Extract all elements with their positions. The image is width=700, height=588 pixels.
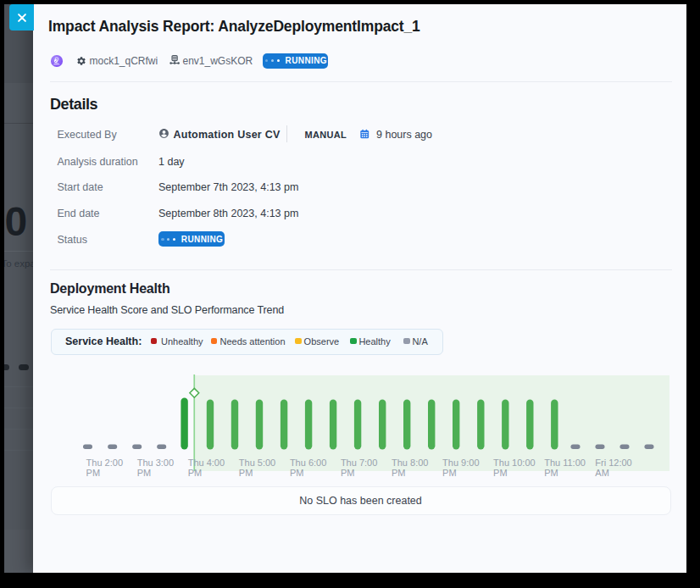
svg-text:PM: PM <box>86 468 101 478</box>
svg-text:Thu 7:00: Thu 7:00 <box>341 458 377 468</box>
svg-text:Thu 10:00: Thu 10:00 <box>493 458 536 468</box>
svg-text:Thu 4:00: Thu 4:00 <box>188 458 225 468</box>
svg-text:PM: PM <box>493 468 508 478</box>
svg-text:PM: PM <box>442 468 457 478</box>
svg-text:PM: PM <box>290 468 304 478</box>
svg-text:PM: PM <box>341 468 355 478</box>
svg-text:AM: AM <box>595 468 609 478</box>
svg-text:PM: PM <box>137 468 152 478</box>
svg-text:Thu 8:00: Thu 8:00 <box>392 458 428 468</box>
svg-text:Thu 5:00: Thu 5:00 <box>239 458 275 468</box>
svg-text:Thu 3:00: Thu 3:00 <box>137 458 174 468</box>
svg-text:Thu 11:00: Thu 11:00 <box>544 458 586 468</box>
svg-text:PM: PM <box>188 468 203 478</box>
svg-text:PM: PM <box>239 468 253 478</box>
svg-text:PM: PM <box>392 468 406 478</box>
svg-text:Fri 12:00: Fri 12:00 <box>595 458 631 468</box>
svg-text:Thu 9:00: Thu 9:00 <box>442 458 479 468</box>
svg-text:Thu 6:00: Thu 6:00 <box>290 458 326 468</box>
svg-text:PM: PM <box>544 468 558 478</box>
svg-text:Thu 2:00: Thu 2:00 <box>86 458 123 468</box>
